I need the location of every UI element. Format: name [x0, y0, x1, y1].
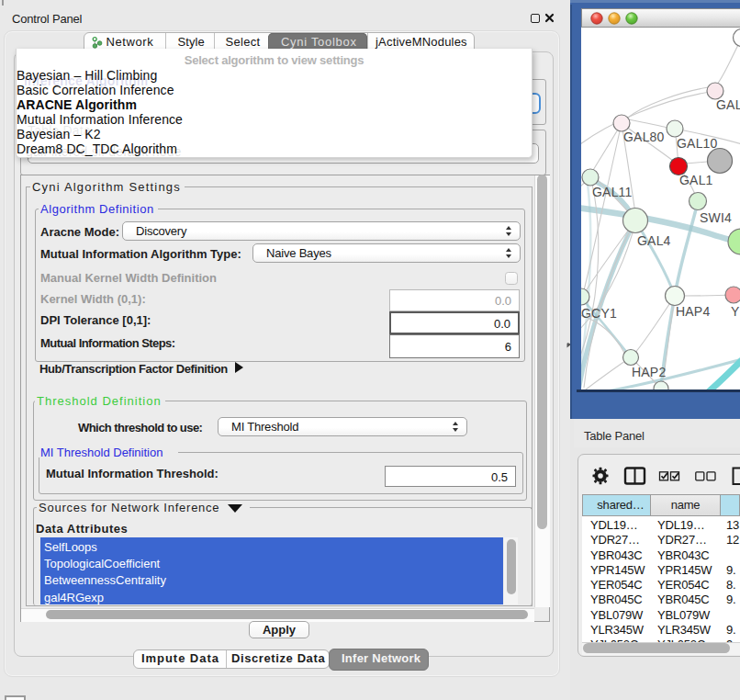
- svg-text:GAL80: GAL80: [623, 130, 665, 144]
- svg-text:GAL11: GAL11: [592, 185, 633, 199]
- svg-text:GAL1: GAL1: [679, 173, 713, 187]
- svg-text:GAL7: GAL7: [716, 97, 740, 112]
- svg-text:HAP2: HAP2: [632, 365, 666, 379]
- svg-text:SWI4: SWI4: [700, 210, 732, 225]
- svg-text:Y: Y: [731, 304, 740, 319]
- svg-text:GAL4: GAL4: [637, 233, 671, 248]
- svg-text:GCY1: GCY1: [581, 306, 617, 321]
- svg-text:GAL10: GAL10: [677, 136, 718, 151]
- svg-text:HAP4: HAP4: [676, 304, 710, 319]
